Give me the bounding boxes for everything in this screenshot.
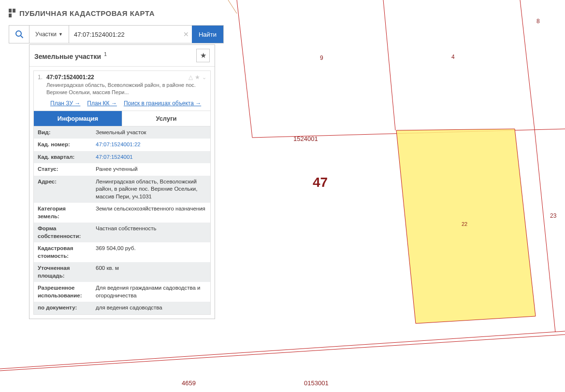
map-label-0153001: 0153001	[304, 379, 329, 387]
results-panel: Земельные участки 1 ★ 1. 47:07:1524001:2…	[29, 44, 215, 319]
tab-info[interactable]: Информация	[34, 111, 122, 126]
property-row: по документу:для ведения садоводства	[34, 302, 210, 314]
property-row: Категория земель:Земли сельскохозяйствен…	[34, 203, 210, 223]
map-label-9: 9	[320, 55, 323, 61]
property-row: Вид:Земельный участок	[34, 126, 210, 139]
search-icon	[15, 30, 24, 39]
card-links: План ЗУ → План КК → Поиск в границах объ…	[34, 97, 210, 111]
property-value: 369 504,00 руб.	[92, 242, 210, 262]
card-tabs: Информация Услуги	[34, 111, 210, 126]
svg-line-1	[237, 0, 252, 138]
panel-count: 1	[103, 51, 107, 57]
svg-point-11	[16, 31, 21, 36]
svg-line-12	[21, 36, 23, 38]
property-key: Вид:	[34, 126, 92, 139]
tab-services[interactable]: Услуги	[122, 111, 210, 126]
star-icon: ★	[200, 51, 206, 60]
property-key: Статус:	[34, 163, 92, 176]
map-label-23: 23	[550, 212, 556, 219]
svg-line-5	[0, 331, 565, 369]
card-index: 1.	[38, 74, 43, 96]
property-key: Кад. номер:	[34, 139, 92, 151]
property-key: Категория земель:	[34, 203, 92, 223]
property-row: Статус:Ранее учтенный	[34, 163, 210, 176]
svg-line-3	[520, 0, 535, 129]
chevron-down-icon: ▼	[58, 32, 63, 37]
svg-line-4	[252, 129, 565, 138]
card-cad-number[interactable]: 47:07:1524001:22	[46, 74, 206, 81]
card-address-short: Ленинградская область, Всеволожский райо…	[46, 82, 206, 96]
map-label-4659: 4659	[182, 379, 196, 387]
property-value[interactable]: 47:07:1524001:22	[92, 139, 210, 151]
property-value: Земли сельскохозяйственного назначения	[92, 203, 210, 223]
star-outline-icon[interactable]: ★	[195, 74, 200, 81]
map-label-1524001: 1524001	[293, 135, 318, 142]
property-row: Кад. квартал:47:07:1524001	[34, 151, 210, 164]
property-value: 600 кв. м	[92, 262, 210, 282]
result-card: 1. 47:07:1524001:22 Ленинградская област…	[33, 70, 211, 315]
property-key: Форма собственности:	[34, 223, 92, 242]
link-plan-kk[interactable]: План КК →	[87, 100, 117, 107]
map-label-22: 22	[462, 221, 467, 227]
search-clear-button[interactable]: ✕	[180, 26, 192, 43]
favorite-button[interactable]: ★	[196, 49, 210, 62]
property-row: Разрешенное использование:Для ведения гр…	[34, 282, 210, 302]
panel-title: Земельные участки 1	[34, 51, 107, 60]
svg-rect-8	[9, 9, 12, 13]
search-submit-button[interactable]: Найти	[192, 26, 223, 43]
map-region-label: 47	[313, 175, 328, 190]
property-value[interactable]: 47:07:1524001	[92, 151, 210, 164]
property-value: Ленинградская область, Всеволожский райо…	[92, 176, 210, 203]
svg-line-2	[383, 0, 395, 130]
link-plan-zu[interactable]: План ЗУ →	[50, 100, 80, 107]
svg-line-0	[228, 0, 237, 14]
chevron-down-icon[interactable]: ⌄	[202, 74, 206, 81]
close-icon: ✕	[183, 30, 189, 38]
map-label-4: 4	[451, 54, 455, 60]
svg-line-7	[535, 129, 555, 332]
properties-table: Вид:Земельный участокКад. номер:47:07:15…	[34, 126, 210, 314]
card-header: 1. 47:07:1524001:22 Ленинградская област…	[34, 71, 210, 97]
property-row: Форма собственности:Частная собственност…	[34, 223, 210, 242]
svg-rect-10	[9, 14, 12, 17]
property-key: Кад. квартал:	[34, 151, 92, 164]
property-value: Частная собственность	[92, 223, 210, 242]
svg-line-6	[0, 335, 565, 371]
map-label-8: 8	[536, 18, 540, 25]
property-key: Разрешенное использование:	[34, 282, 92, 302]
property-value: для ведения садоводства	[92, 302, 210, 314]
property-row: Адрес:Ленинградская область, Всеволожски…	[34, 176, 210, 203]
panel-title-text: Земельные участки	[34, 52, 101, 60]
search-type-label: Участки	[35, 31, 57, 38]
logo-icon	[9, 9, 15, 17]
panel-header: Земельные участки 1 ★	[29, 45, 215, 67]
card-controls: △ ★ ⌄	[188, 74, 206, 81]
property-value: Земельный участок	[92, 126, 210, 139]
property-key: по документу:	[34, 302, 92, 314]
property-value: Для ведения гражданами садоводства и ого…	[92, 282, 210, 302]
property-value: Ранее учтенный	[92, 163, 210, 176]
search-icon-button[interactable]	[9, 26, 29, 43]
property-row: Кад. номер:47:07:1524001:22	[34, 139, 210, 151]
highlighted-parcel[interactable]	[396, 129, 536, 323]
search-type-dropdown[interactable]: Участки ▼	[29, 26, 69, 43]
property-row: Уточненная площадь:600 кв. м	[34, 262, 210, 282]
warning-icon[interactable]: △	[188, 74, 193, 81]
property-key: Кадастровая стоимость:	[34, 242, 92, 262]
link-search-in-bounds[interactable]: Поиск в границах объекта →	[124, 100, 201, 107]
search-input[interactable]	[69, 26, 180, 43]
property-row: Кадастровая стоимость:369 504,00 руб.	[34, 242, 210, 262]
app-header: ПУБЛИЧНАЯ КАДАСТРОВАЯ КАРТА	[9, 9, 155, 17]
property-key: Уточненная площадь:	[34, 262, 92, 282]
search-bar: Участки ▼ ✕ Найти	[9, 25, 224, 43]
svg-rect-9	[13, 9, 15, 13]
property-key: Адрес:	[34, 176, 92, 203]
app-title: ПУБЛИЧНАЯ КАДАСТРОВАЯ КАРТА	[19, 9, 155, 17]
